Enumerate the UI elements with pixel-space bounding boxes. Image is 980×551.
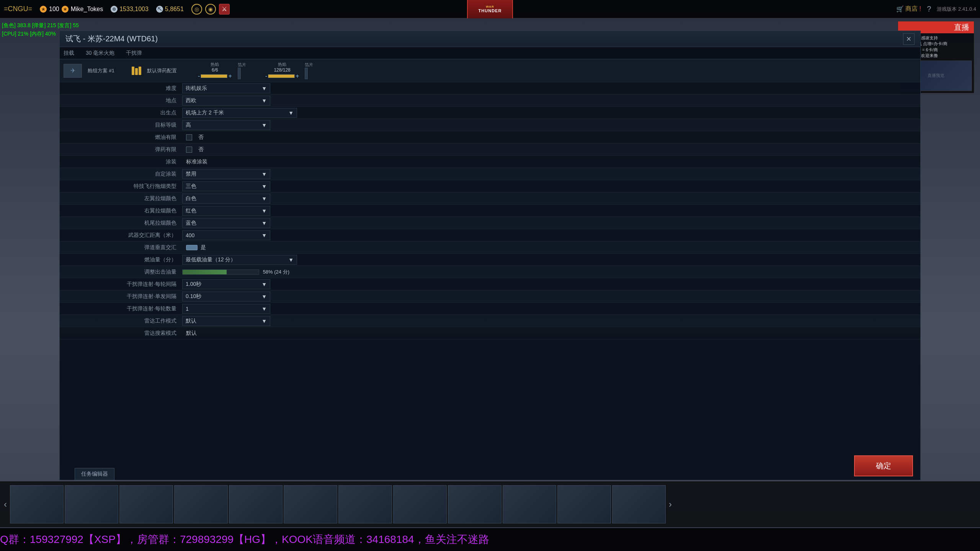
dropdown-spawn-value: 机场上方 2 千米 (186, 109, 224, 116)
ammo-bars (132, 67, 141, 75)
vehicle-thumb-9[interactable] (448, 485, 501, 523)
chevron-difficulty: ▼ (261, 85, 267, 91)
dropdown-radar-mode-value: 默认 (186, 318, 196, 324)
dropdown-custom-paint-value: 禁用 (186, 171, 196, 178)
task-editor-button[interactable]: 任务编辑器 (75, 468, 114, 480)
vehicle-thumb-1[interactable] (10, 485, 64, 523)
row-fuel-amount: 燃油量（分） 最低载油量（12 分） ▼ (60, 254, 920, 266)
dropdown-radar-mode[interactable]: 默认 ▼ (182, 316, 270, 326)
battle-icon[interactable]: ⚔ (219, 4, 230, 15)
currency-amount: 100 (49, 6, 59, 13)
dropdown-spawn[interactable]: 机场上方 2 千米 ▼ (182, 108, 297, 118)
dropdown-right-smoke[interactable]: 红色 ▼ (182, 206, 270, 216)
top-icons: ◎ ◉ ⚔ (191, 4, 230, 15)
hot-fill2 (268, 75, 294, 78)
row-flare-count: 干扰弹连射·每轮数量 1 ▼ (60, 303, 920, 315)
dropdown-difficulty[interactable]: 街机娱乐 ▼ (182, 83, 270, 93)
modal-close-button[interactable]: × (903, 33, 915, 45)
war-thunder-logo[interactable]: WAR THUNDER (467, 0, 513, 18)
top-bar-center: WAR THUNDER (467, 0, 513, 18)
hot-minus2[interactable]: - (265, 73, 267, 80)
row-left-smoke: 左翼拉烟颜色 白色 ▼ (60, 192, 920, 205)
dropdown-custom-paint[interactable]: 禁用 ▼ (182, 169, 270, 179)
vehicle-thumb-5[interactable] (229, 485, 283, 523)
hot-minus1[interactable]: - (198, 73, 200, 80)
vehicle-thumb-6[interactable] (284, 485, 337, 523)
label-smoke-type: 特技飞行拖烟类型 (60, 183, 182, 190)
vehicle-thumb-4[interactable] (174, 485, 228, 523)
vehicle-thumb-8[interactable] (393, 485, 447, 523)
checkbox-ammo-limit[interactable] (186, 147, 192, 153)
vehicle-next-arrow[interactable]: › (667, 499, 674, 510)
row-spawn: 出生点 机场上方 2 千米 ▼ (60, 107, 920, 119)
row-convergence: 武器交汇距离（米） 400 ▼ (60, 229, 920, 241)
label-ballistic: 弹道垂直交汇 (60, 244, 182, 251)
vehicle-thumb-12[interactable] (612, 485, 666, 523)
preset-label: 舱组方案 #1 (88, 67, 114, 74)
confirm-button[interactable]: 确定 (854, 455, 913, 476)
dropdown-flare-single[interactable]: 0.10秒 ▼ (182, 292, 270, 302)
dropdown-left-smoke-value: 白色 (186, 195, 196, 202)
hot-fill1 (201, 75, 227, 78)
hot-plus2[interactable]: + (296, 73, 299, 80)
player-info: ★ 100 ★ Mike_Tokes (40, 6, 103, 13)
label-flare-burst: 干扰弹连射·每轮间隔 (60, 281, 182, 288)
label-radar-mode: 雷达工作模式 (60, 318, 182, 324)
dropdown-fuel-amount[interactable]: 最低载油量（12 分） ▼ (182, 255, 297, 265)
dropdown-location[interactable]: 西欧 ▼ (182, 96, 270, 106)
vehicle-thumb-2[interactable] (65, 485, 118, 523)
premium-time-icon[interactable]: ◉ (205, 4, 216, 15)
dropdown-flare-burst[interactable]: 1.00秒 ▼ (182, 279, 270, 289)
clan-name[interactable]: =CNGU= (4, 5, 32, 13)
tab-flare[interactable]: 干扰弹 (126, 50, 142, 57)
chevron-tail-smoke: ▼ (261, 220, 267, 226)
paint-value: 标准涂装 (182, 158, 207, 165)
dropdown-left-smoke[interactable]: 白色 ▼ (182, 194, 270, 204)
silver-amount: 5,8651 (165, 6, 184, 13)
weapon-tabs: 挂载 30 毫米火炮 干扰弹 (60, 47, 920, 59)
ballistic-control: 是 (182, 244, 206, 251)
dropdown-flare-count[interactable]: 1 ▼ (182, 304, 270, 314)
chevron-radar-mode: ▼ (261, 318, 267, 324)
dropdown-convergence[interactable]: 400 ▼ (182, 230, 270, 240)
label-fuel-limit: 燃油有限 (60, 134, 182, 141)
row-ballistic: 弹道垂直交汇 是 (60, 241, 920, 254)
boost-icon[interactable]: ◎ (191, 4, 202, 15)
label-flare-count: 干扰弹连射·每轮数量 (60, 305, 182, 312)
label-location: 地点 (60, 97, 182, 104)
tab-mount[interactable]: 挂载 (64, 50, 74, 57)
row-smoke-type: 特技飞行拖烟类型 三色 ▼ (60, 180, 920, 192)
tab-cannon[interactable]: 30 毫米火炮 (86, 50, 114, 57)
silver-coin-icon: ⚙ (111, 6, 118, 13)
dropdown-tail-smoke[interactable]: 蓝色 ▼ (182, 218, 270, 228)
dropdown-fuel-amount-value: 最低载油量（12 分） (186, 256, 236, 263)
chevron-right-smoke: ▼ (261, 208, 267, 214)
dropdown-target-level[interactable]: 高 ▼ (182, 120, 270, 130)
ammo-limit-value: 否 (198, 146, 204, 153)
vehicle-thumb-7[interactable] (338, 485, 392, 523)
vehicle-thumb-11[interactable] (557, 485, 611, 523)
dropdown-target-level-value: 高 (186, 122, 191, 129)
shop-button[interactable]: 🛒 商店 ! (896, 5, 921, 13)
dropdown-smoke-type[interactable]: 三色 ▼ (182, 181, 270, 191)
vehicle-thumb-10[interactable] (503, 485, 556, 523)
hot-bar1 (201, 74, 227, 78)
chevron-left-smoke: ▼ (261, 196, 267, 202)
toggle-ballistic[interactable] (186, 245, 198, 250)
version-text: 游戏版本 2.41.0.4 (937, 6, 976, 13)
vehicle-prev-arrow[interactable]: ‹ (2, 499, 9, 510)
strips-bar1 (238, 68, 241, 79)
dropdown-difficulty-value: 街机娱乐 (186, 85, 207, 92)
dropdown-flare-burst-value: 1.00秒 (186, 281, 201, 288)
dropdown-right-smoke-value: 红色 (186, 207, 196, 214)
flare-group3: 热焰 128/128 - + (265, 62, 299, 80)
row-tail-smoke: 机尾拉烟颜色 蓝色 ▼ (60, 217, 920, 229)
chevron-fuel-amount: ▼ (288, 257, 294, 263)
hot-plus1[interactable]: + (228, 73, 232, 80)
checkbox-fuel-limit[interactable] (186, 134, 192, 140)
help-button[interactable]: ? (927, 5, 931, 13)
fuel-adjust-bar[interactable] (182, 269, 259, 275)
chevron-spawn: ▼ (288, 110, 294, 116)
vehicle-thumb-3[interactable] (119, 485, 173, 523)
settings-scroll-area[interactable]: 难度 街机娱乐 ▼ 地点 西欧 ▼ 出生点 机场上方 2 千米 ▼ 目标等级 (60, 82, 920, 339)
